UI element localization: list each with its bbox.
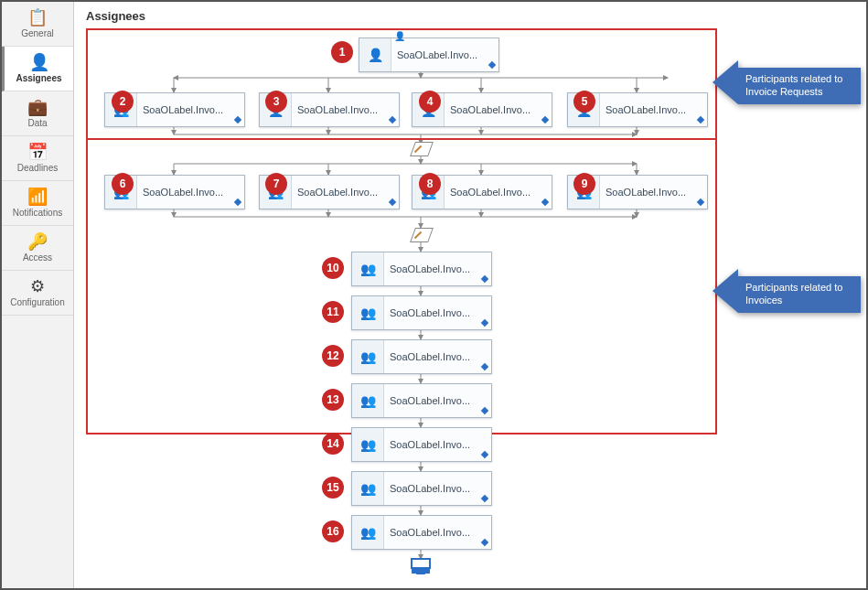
sidebar-item-label: Notifications	[13, 208, 62, 218]
group-icon: 👥	[352, 296, 384, 329]
group-icon: 👥	[352, 428, 384, 461]
config-indicator-icon	[389, 198, 396, 206]
participant-block-16[interactable]: 👥 SoaOLabel.Invo...	[351, 515, 492, 550]
block-label: SoaOLabel.Invo...	[384, 483, 491, 494]
sidebar-item-label: Access	[23, 252, 52, 263]
annotation-badge-9: 9	[573, 173, 595, 195]
key-icon: 🔑	[27, 233, 48, 250]
annotation-badge-6: 6	[112, 173, 134, 195]
annotation-badge-16: 16	[322, 520, 344, 542]
end-tray-icon	[410, 557, 432, 581]
config-indicator-icon	[234, 198, 241, 206]
block-label: SoaOLabel.Invo...	[384, 351, 491, 362]
app-frame: 📋 General 👤 Assignees 💼 Data 📅 Deadlines…	[0, 0, 868, 590]
block-label: SoaOLabel.Invo...	[445, 104, 552, 115]
sidebar-item-label: Data	[27, 118, 47, 128]
page-title: Assignees	[86, 9, 853, 23]
group-icon: 👥	[352, 516, 384, 549]
callout-text: Participants related to Invoices	[738, 276, 861, 313]
callout-text: Participants related to Invoice Requests	[738, 68, 861, 104]
svg-rect-33	[412, 568, 430, 574]
participant-block-15[interactable]: 👥 SoaOLabel.Invo...	[351, 471, 492, 506]
sidebar-item-general[interactable]: 📋 General	[2, 2, 73, 47]
config-indicator-icon	[389, 116, 396, 123]
block-label: SoaOLabel.Invo...	[600, 187, 707, 198]
block-label: SoaOLabel.Invo...	[137, 104, 244, 115]
annotation-badge-3: 3	[265, 91, 287, 113]
annotation-badge-13: 13	[322, 389, 344, 411]
block-label: SoaOLabel.Invo...	[391, 49, 498, 60]
sidebar-item-data[interactable]: 💼 Data	[2, 91, 73, 136]
config-indicator-icon	[488, 61, 496, 69]
config-indicator-icon	[234, 116, 241, 123]
participant-block-11[interactable]: 👥 SoaOLabel.Invo...	[351, 295, 492, 330]
participant-block-13[interactable]: 👥 SoaOLabel.Invo...	[351, 383, 492, 418]
caller-icon: 👤	[394, 31, 405, 41]
config-indicator-icon	[481, 319, 488, 327]
group-icon: 👥	[352, 252, 384, 285]
calendar-icon: 📅	[27, 144, 48, 160]
annotation-badge-1: 1	[331, 41, 353, 63]
sidebar-item-access[interactable]: 🔑 Access	[2, 226, 73, 271]
participant-block-12[interactable]: 👥 SoaOLabel.Invo...	[351, 339, 492, 374]
block-label: SoaOLabel.Invo...	[292, 187, 399, 198]
sidebar-item-label: Deadlines	[17, 163, 58, 173]
callout-invoice-requests: Participants related to Invoice Requests	[738, 68, 861, 104]
block-label: SoaOLabel.Invo...	[137, 187, 244, 198]
group-icon: 👥	[352, 384, 384, 417]
sidebar: 📋 General 👤 Assignees 💼 Data 📅 Deadlines…	[2, 2, 74, 588]
user-icon: 👤	[359, 38, 391, 71]
config-indicator-icon	[481, 407, 488, 414]
callout-invoices: Participants related to Invoices	[738, 276, 861, 313]
clipboard-icon: 📋	[27, 9, 48, 26]
annotation-badge-7: 7	[265, 173, 287, 195]
sidebar-item-label: Assignees	[16, 73, 61, 83]
sidebar-item-label: General	[21, 28, 54, 38]
annotation-badge-10: 10	[322, 257, 344, 279]
block-label: SoaOLabel.Invo...	[384, 307, 491, 318]
config-indicator-icon	[697, 116, 704, 123]
annotation-badge-8: 8	[419, 173, 441, 195]
config-indicator-icon	[481, 451, 488, 458]
assignee-canvas: 1 👤 SoaOLabel.Invo... 👤 2 👥 SoaOLabel.In…	[86, 28, 726, 577]
config-indicator-icon	[481, 495, 488, 502]
annotation-badge-12: 12	[322, 345, 344, 367]
briefcase-icon: 💼	[27, 99, 48, 115]
annotation-badge-11: 11	[322, 301, 344, 323]
gear-icon: ⚙	[30, 278, 45, 295]
config-indicator-icon	[541, 198, 549, 206]
block-label: SoaOLabel.Invo...	[384, 439, 491, 450]
sidebar-item-configuration[interactable]: ⚙ Configuration	[2, 271, 73, 316]
sidebar-item-notifications[interactable]: 📶 Notifications	[2, 181, 73, 226]
annotation-badge-2: 2	[112, 91, 134, 113]
user-icon: 👤	[29, 54, 49, 70]
block-label: SoaOLabel.Invo...	[292, 104, 399, 115]
config-indicator-icon	[541, 116, 549, 123]
block-label: SoaOLabel.Invo...	[384, 395, 491, 406]
rss-icon: 📶	[27, 188, 48, 205]
sidebar-item-deadlines[interactable]: 📅 Deadlines	[2, 136, 73, 181]
participant-block-10[interactable]: 👥 SoaOLabel.Invo...	[351, 252, 492, 286]
participant-block-1[interactable]: 👤 SoaOLabel.Invo... 👤	[359, 38, 499, 72]
block-label: SoaOLabel.Invo...	[445, 187, 552, 198]
config-indicator-icon	[481, 275, 488, 283]
group-icon: 👥	[352, 340, 384, 373]
annotation-badge-14: 14	[322, 433, 344, 455]
participant-block-14[interactable]: 👥 SoaOLabel.Invo...	[351, 427, 492, 462]
sidebar-item-label: Configuration	[10, 297, 64, 307]
annotation-badge-4: 4	[419, 91, 441, 113]
annotation-badge-15: 15	[322, 477, 344, 499]
block-label: SoaOLabel.Invo...	[384, 527, 491, 538]
block-label: SoaOLabel.Invo...	[600, 104, 707, 115]
config-indicator-icon	[481, 539, 488, 546]
block-label: SoaOLabel.Invo...	[384, 263, 491, 274]
annotation-badge-5: 5	[573, 91, 595, 113]
sidebar-item-assignees[interactable]: 👤 Assignees	[2, 47, 73, 91]
config-indicator-icon	[481, 363, 488, 370]
group-icon: 👥	[352, 472, 384, 505]
config-indicator-icon	[697, 198, 704, 206]
